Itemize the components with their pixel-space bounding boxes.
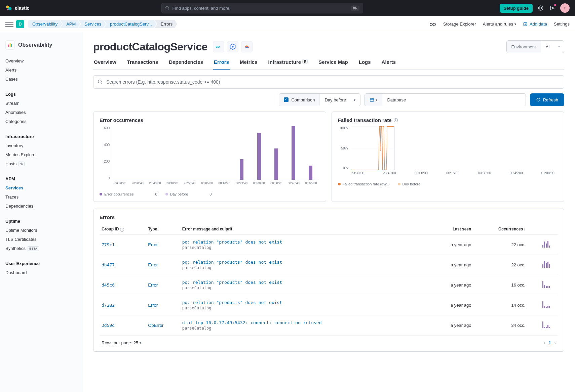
- add-data-link[interactable]: Add data: [523, 21, 547, 27]
- newsfeed-icon[interactable]: [549, 5, 555, 11]
- tab-infrastructure[interactable]: Infrastructureβ: [268, 59, 309, 70]
- appbar-right: Storage Explorer Alerts and rules▾ Add d…: [429, 20, 570, 28]
- error-type-link[interactable]: Error: [148, 242, 158, 247]
- info-icon[interactable]: i: [394, 118, 398, 122]
- table-row[interactable]: 3d59dOpErrordial tcp 10.0.77.49:5432: co…: [100, 315, 558, 335]
- sidebar-item-services[interactable]: Services: [0, 183, 82, 192]
- nav-toggle-icon[interactable]: [5, 20, 13, 28]
- elastic-icon: [5, 5, 12, 11]
- sidebar-item-cases[interactable]: Cases: [0, 75, 82, 84]
- table-header[interactable]: Error message and culprit: [180, 224, 430, 234]
- error-message-link[interactable]: pq: relation "products" does not exist: [182, 280, 428, 285]
- breadcrumb-item[interactable]: productCatalogServ...: [104, 20, 157, 28]
- sidebar-item-dashboard[interactable]: Dashboard: [0, 268, 82, 277]
- breadcrumb-item[interactable]: Observability: [28, 20, 62, 28]
- page-number[interactable]: 1: [548, 340, 551, 345]
- error-type-link[interactable]: OpError: [148, 323, 163, 328]
- group-id-link[interactable]: d45c6: [102, 282, 115, 288]
- tab-errors[interactable]: Errors: [213, 59, 230, 70]
- svg-rect-12: [8, 45, 9, 47]
- last-seen: a year ago: [430, 234, 473, 255]
- environment-select[interactable]: Environment All: [506, 40, 564, 53]
- svg-point-19: [98, 80, 101, 83]
- sidebar-item-hosts[interactable]: Hosts⚗: [0, 159, 82, 168]
- error-culprit: parseCatalog: [182, 306, 428, 310]
- group-id-link[interactable]: d7282: [102, 303, 115, 308]
- table-row[interactable]: d45c6Errorpq: relation "products" does n…: [100, 275, 558, 295]
- global-header: elastic Find apps, content, and more. ⌘/…: [0, 0, 575, 16]
- svg-rect-13: [10, 43, 11, 47]
- tab-alerts[interactable]: Alerts: [381, 59, 397, 70]
- sidebar-item-metrics-explorer[interactable]: Metrics Explorer: [0, 150, 82, 159]
- sidebar-item-synthetics[interactable]: SyntheticsBETA: [0, 244, 82, 253]
- inspect-icon[interactable]: [429, 20, 436, 28]
- sidebar-item-alerts[interactable]: Alerts: [0, 66, 82, 75]
- help-icon[interactable]: [537, 5, 544, 11]
- occurrences-count: 22 occ.: [473, 255, 527, 275]
- go-icon[interactable]: -GO: [213, 41, 224, 52]
- sidebar-item-categories[interactable]: Categories: [0, 117, 82, 126]
- group-id-link[interactable]: 3d59d: [102, 323, 115, 328]
- global-search[interactable]: Find apps, content, and more. ⌘/: [161, 3, 363, 13]
- table-header[interactable]: Group IDi: [100, 224, 146, 234]
- sidebar-item-traces[interactable]: Traces: [0, 192, 82, 202]
- tab-overview[interactable]: Overview: [93, 59, 117, 70]
- breadcrumb-item[interactable]: APM: [60, 20, 80, 28]
- table-row[interactable]: d7282Errorpq: relation "products" does n…: [100, 295, 558, 315]
- last-seen: a year ago: [430, 315, 473, 335]
- sidebar-item-tls-certificates[interactable]: TLS Certificates: [0, 235, 82, 244]
- error-message-link[interactable]: dial tcp 10.0.77.49:5432: connect: conne…: [182, 320, 428, 325]
- brand-logo[interactable]: elastic: [5, 5, 30, 11]
- error-occurrences-panel: Error occurrences 6004002000 23:23:2023:…: [93, 112, 326, 202]
- storage-explorer-link[interactable]: Storage Explorer: [443, 21, 476, 27]
- prev-page[interactable]: ‹: [544, 340, 545, 345]
- user-avatar[interactable]: r: [560, 3, 570, 13]
- error-occurrences-chart[interactable]: 6004002000 23:23:2023:31:4023:40:0023:48…: [100, 126, 320, 190]
- gcp-icon[interactable]: [241, 41, 253, 52]
- setup-guide-button[interactable]: Setup guide: [500, 4, 533, 13]
- space-badge[interactable]: D: [16, 20, 24, 28]
- failed-rate-chart[interactable]: 100%50%0% 23:30:0023:45:0000:00:0000:15:…: [338, 126, 558, 180]
- alerts-rules-dropdown[interactable]: Alerts and rules▾: [483, 21, 516, 27]
- search-icon: [98, 79, 103, 85]
- breadcrumb-item[interactable]: Services: [78, 20, 106, 28]
- tab-logs[interactable]: Logs: [358, 59, 372, 70]
- sidebar-item-overview[interactable]: Overview: [0, 56, 82, 66]
- rows-per-page[interactable]: Rows per page: 25▾: [102, 340, 141, 345]
- error-search[interactable]: Search errors (E.g. http.response.status…: [93, 75, 564, 89]
- table-header[interactable]: [527, 224, 558, 234]
- tab-metrics[interactable]: Metrics: [239, 59, 258, 70]
- table-header[interactable]: Last seen: [430, 224, 473, 234]
- table-header[interactable]: Type: [146, 224, 180, 234]
- sidebar-item-anomalies[interactable]: Anomalies: [0, 108, 82, 117]
- svg-point-36: [382, 126, 383, 127]
- error-type-link[interactable]: Error: [148, 282, 158, 288]
- table-header[interactable]: Occurrences↓: [473, 224, 527, 234]
- time-filter-control[interactable]: ▾ Database: [365, 93, 526, 106]
- tab-service-map[interactable]: Service Map: [318, 59, 349, 70]
- next-page[interactable]: ›: [554, 340, 556, 345]
- sidebar-item-dependencies[interactable]: Dependencies: [0, 202, 82, 211]
- comparison-checkbox[interactable]: [284, 97, 289, 102]
- kubernetes-icon[interactable]: [227, 41, 238, 52]
- table-row[interactable]: 779c1Errorpq: relation "products" does n…: [100, 234, 558, 255]
- sidebar-item-uptime-monitors[interactable]: Uptime Monitors: [0, 226, 82, 235]
- error-type-link[interactable]: Error: [148, 262, 158, 267]
- comparison-control[interactable]: Comparison Day before▾: [279, 93, 360, 106]
- error-message-link[interactable]: pq: relation "products" does not exist: [182, 260, 428, 265]
- group-id-link[interactable]: 779c1: [102, 242, 115, 247]
- svg-point-2: [7, 9, 9, 10]
- sidebar-item-stream[interactable]: Stream: [0, 99, 82, 108]
- error-culprit: parseCatalog: [182, 286, 428, 290]
- settings-link[interactable]: Settings: [554, 21, 570, 27]
- tab-dependencies[interactable]: Dependencies: [168, 59, 204, 70]
- sidebar-item-inventory[interactable]: Inventory: [0, 141, 82, 150]
- tab-transactions[interactable]: Transactions: [126, 59, 159, 70]
- error-message-link[interactable]: pq: relation "products" does not exist: [182, 239, 428, 245]
- service-tabs: OverviewTransactionsDependenciesErrorsMe…: [93, 59, 564, 70]
- table-row[interactable]: db477Errorpq: relation "products" does n…: [100, 255, 558, 275]
- error-message-link[interactable]: pq: relation "products" does not exist: [182, 300, 428, 305]
- error-type-link[interactable]: Error: [148, 303, 158, 308]
- refresh-button[interactable]: Refresh: [530, 93, 564, 106]
- group-id-link[interactable]: db477: [102, 262, 115, 267]
